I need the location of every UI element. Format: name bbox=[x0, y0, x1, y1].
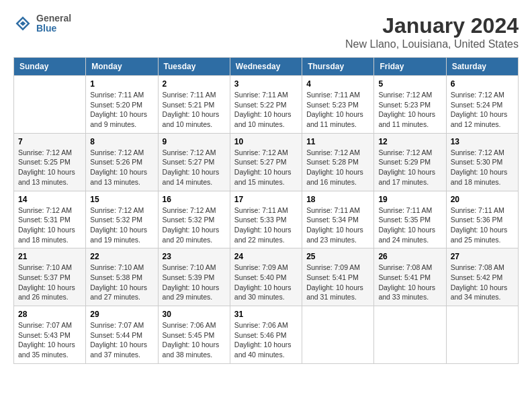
day-info: Sunrise: 7:10 AMSunset: 5:38 PMDaylight:… bbox=[90, 263, 153, 302]
day-number: 9 bbox=[163, 137, 226, 146]
day-number: 6 bbox=[451, 79, 514, 89]
day-number: 11 bbox=[306, 137, 369, 146]
main-title: January 2024 bbox=[345, 13, 519, 38]
day-number: 21 bbox=[18, 252, 81, 261]
day-of-week-header: Thursday bbox=[302, 58, 374, 76]
calendar-cell: 20Sunrise: 7:11 AMSunset: 5:36 PMDayligh… bbox=[446, 191, 518, 248]
calendar-cell: 18Sunrise: 7:11 AMSunset: 5:34 PMDayligh… bbox=[302, 191, 374, 248]
day-number: 15 bbox=[90, 195, 153, 204]
calendar-cell: 4Sunrise: 7:11 AMSunset: 5:23 PMDaylight… bbox=[302, 76, 374, 134]
calendar-week-row: 21Sunrise: 7:10 AMSunset: 5:37 PMDayligh… bbox=[14, 248, 519, 306]
day-info: Sunrise: 7:08 AMSunset: 5:41 PMDaylight:… bbox=[378, 263, 441, 302]
calendar-body: 1Sunrise: 7:11 AMSunset: 5:20 PMDaylight… bbox=[14, 76, 519, 364]
calendar-cell: 23Sunrise: 7:10 AMSunset: 5:39 PMDayligh… bbox=[158, 248, 230, 306]
calendar-cell: 29Sunrise: 7:07 AMSunset: 5:44 PMDayligh… bbox=[86, 306, 158, 364]
calendar-cell: 17Sunrise: 7:11 AMSunset: 5:33 PMDayligh… bbox=[230, 191, 302, 248]
day-number: 24 bbox=[234, 252, 298, 261]
calendar-cell: 26Sunrise: 7:08 AMSunset: 5:41 PMDayligh… bbox=[374, 248, 446, 306]
calendar-cell: 13Sunrise: 7:12 AMSunset: 5:30 PMDayligh… bbox=[446, 133, 518, 191]
day-info: Sunrise: 7:07 AMSunset: 5:43 PMDaylight:… bbox=[18, 320, 81, 360]
day-number: 10 bbox=[234, 137, 298, 146]
day-number: 25 bbox=[306, 252, 369, 261]
calendar-cell bbox=[446, 306, 518, 364]
day-info: Sunrise: 7:07 AMSunset: 5:44 PMDaylight:… bbox=[90, 320, 153, 360]
day-info: Sunrise: 7:08 AMSunset: 5:42 PMDaylight:… bbox=[451, 263, 514, 302]
day-number: 26 bbox=[378, 252, 441, 261]
day-number: 27 bbox=[451, 252, 514, 261]
calendar-cell bbox=[14, 76, 86, 134]
day-info: Sunrise: 7:09 AMSunset: 5:41 PMDaylight:… bbox=[306, 263, 369, 302]
calendar-cell: 21Sunrise: 7:10 AMSunset: 5:37 PMDayligh… bbox=[14, 248, 86, 306]
day-info: Sunrise: 7:12 AMSunset: 5:29 PMDaylight:… bbox=[378, 148, 441, 187]
day-info: Sunrise: 7:11 AMSunset: 5:36 PMDaylight:… bbox=[451, 205, 514, 245]
day-info: Sunrise: 7:12 AMSunset: 5:25 PMDaylight:… bbox=[18, 148, 81, 187]
day-number: 7 bbox=[18, 137, 81, 146]
day-number: 1 bbox=[90, 79, 153, 89]
calendar-cell: 16Sunrise: 7:12 AMSunset: 5:32 PMDayligh… bbox=[158, 191, 230, 248]
day-info: Sunrise: 7:11 AMSunset: 5:33 PMDaylight:… bbox=[234, 205, 298, 245]
day-info: Sunrise: 7:09 AMSunset: 5:40 PMDaylight:… bbox=[234, 263, 298, 302]
calendar-cell: 8Sunrise: 7:12 AMSunset: 5:26 PMDaylight… bbox=[86, 133, 158, 191]
day-number: 29 bbox=[90, 310, 153, 319]
calendar-cell: 31Sunrise: 7:06 AMSunset: 5:46 PMDayligh… bbox=[230, 306, 302, 364]
day-of-week-header: Friday bbox=[374, 58, 446, 76]
day-info: Sunrise: 7:06 AMSunset: 5:46 PMDaylight:… bbox=[234, 320, 298, 360]
calendar-cell: 15Sunrise: 7:12 AMSunset: 5:32 PMDayligh… bbox=[86, 191, 158, 248]
day-of-week-header: Tuesday bbox=[158, 58, 230, 76]
calendar-cell: 10Sunrise: 7:12 AMSunset: 5:27 PMDayligh… bbox=[230, 133, 302, 191]
day-of-week-header: Wednesday bbox=[230, 58, 302, 76]
day-number: 22 bbox=[90, 252, 153, 261]
day-info: Sunrise: 7:10 AMSunset: 5:39 PMDaylight:… bbox=[163, 263, 226, 302]
day-number: 13 bbox=[451, 137, 514, 146]
calendar-table: SundayMondayTuesdayWednesdayThursdayFrid… bbox=[13, 57, 519, 364]
day-of-week-header: Sunday bbox=[14, 58, 86, 76]
calendar-cell: 12Sunrise: 7:12 AMSunset: 5:29 PMDayligh… bbox=[374, 133, 446, 191]
calendar-cell: 3Sunrise: 7:11 AMSunset: 5:22 PMDaylight… bbox=[230, 76, 302, 134]
day-info: Sunrise: 7:12 AMSunset: 5:27 PMDaylight:… bbox=[234, 148, 298, 187]
calendar-cell bbox=[374, 306, 446, 364]
day-number: 23 bbox=[163, 252, 226, 261]
day-number: 17 bbox=[234, 195, 298, 204]
calendar-cell: 1Sunrise: 7:11 AMSunset: 5:20 PMDaylight… bbox=[86, 76, 158, 134]
day-number: 8 bbox=[90, 137, 153, 146]
day-info: Sunrise: 7:11 AMSunset: 5:34 PMDaylight:… bbox=[306, 205, 369, 245]
day-info: Sunrise: 7:12 AMSunset: 5:24 PMDaylight:… bbox=[451, 90, 514, 130]
day-info: Sunrise: 7:11 AMSunset: 5:20 PMDaylight:… bbox=[90, 90, 153, 130]
day-number: 18 bbox=[306, 195, 369, 204]
day-number: 2 bbox=[163, 79, 226, 89]
day-number: 30 bbox=[163, 310, 226, 319]
day-info: Sunrise: 7:11 AMSunset: 5:23 PMDaylight:… bbox=[306, 90, 369, 130]
day-number: 5 bbox=[378, 79, 441, 89]
day-info: Sunrise: 7:12 AMSunset: 5:31 PMDaylight:… bbox=[18, 205, 81, 245]
day-of-week-header: Monday bbox=[86, 58, 158, 76]
day-info: Sunrise: 7:10 AMSunset: 5:37 PMDaylight:… bbox=[18, 263, 81, 302]
calendar-cell: 30Sunrise: 7:06 AMSunset: 5:45 PMDayligh… bbox=[158, 306, 230, 364]
calendar-cell: 28Sunrise: 7:07 AMSunset: 5:43 PMDayligh… bbox=[14, 306, 86, 364]
day-number: 12 bbox=[378, 137, 441, 146]
calendar-cell: 22Sunrise: 7:10 AMSunset: 5:38 PMDayligh… bbox=[86, 248, 158, 306]
calendar-cell: 27Sunrise: 7:08 AMSunset: 5:42 PMDayligh… bbox=[446, 248, 518, 306]
day-number: 31 bbox=[234, 310, 298, 319]
logo-text: General Blue bbox=[36, 13, 71, 34]
logo: General Blue bbox=[13, 13, 71, 34]
day-info: Sunrise: 7:11 AMSunset: 5:22 PMDaylight:… bbox=[234, 90, 298, 130]
calendar-cell: 25Sunrise: 7:09 AMSunset: 5:41 PMDayligh… bbox=[302, 248, 374, 306]
day-info: Sunrise: 7:11 AMSunset: 5:21 PMDaylight:… bbox=[163, 90, 226, 130]
logo-line2: Blue bbox=[36, 24, 71, 34]
calendar-cell: 5Sunrise: 7:12 AMSunset: 5:23 PMDaylight… bbox=[374, 76, 446, 134]
day-info: Sunrise: 7:12 AMSunset: 5:30 PMDaylight:… bbox=[451, 148, 514, 187]
calendar-cell: 19Sunrise: 7:11 AMSunset: 5:35 PMDayligh… bbox=[374, 191, 446, 248]
calendar-cell: 11Sunrise: 7:12 AMSunset: 5:28 PMDayligh… bbox=[302, 133, 374, 191]
calendar-week-row: 14Sunrise: 7:12 AMSunset: 5:31 PMDayligh… bbox=[14, 191, 519, 248]
day-info: Sunrise: 7:12 AMSunset: 5:32 PMDaylight:… bbox=[90, 205, 153, 245]
day-number: 16 bbox=[163, 195, 226, 204]
day-info: Sunrise: 7:11 AMSunset: 5:35 PMDaylight:… bbox=[378, 205, 441, 245]
calendar-cell: 24Sunrise: 7:09 AMSunset: 5:40 PMDayligh… bbox=[230, 248, 302, 306]
page-header: General Blue January 2024 New Llano, Lou… bbox=[13, 13, 519, 50]
day-info: Sunrise: 7:12 AMSunset: 5:27 PMDaylight:… bbox=[163, 148, 226, 187]
subtitle: New Llano, Louisiana, United States bbox=[345, 38, 519, 50]
day-number: 28 bbox=[18, 310, 81, 319]
day-number: 20 bbox=[451, 195, 514, 204]
calendar-cell: 9Sunrise: 7:12 AMSunset: 5:27 PMDaylight… bbox=[158, 133, 230, 191]
day-info: Sunrise: 7:12 AMSunset: 5:23 PMDaylight:… bbox=[378, 90, 441, 130]
